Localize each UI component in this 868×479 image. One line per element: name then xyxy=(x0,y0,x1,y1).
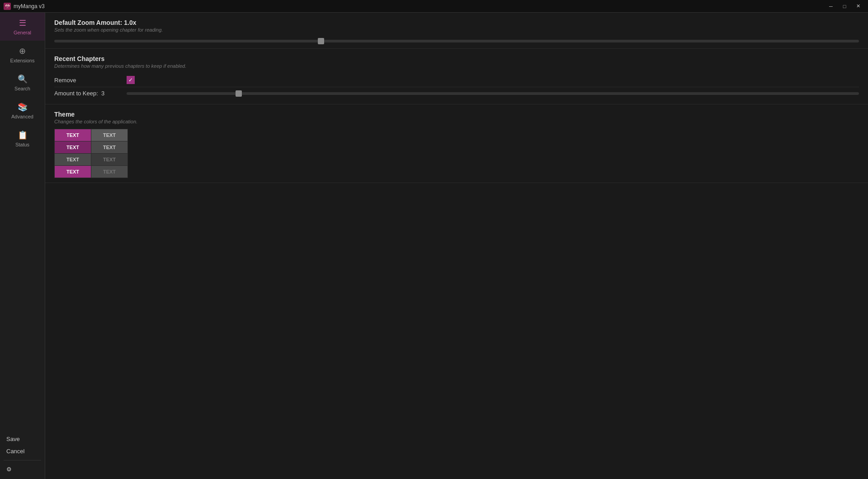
amount-row: Amount to Keep: 3 xyxy=(54,87,859,99)
theme-cell-7[interactable]: TEXT xyxy=(91,166,127,178)
settings-icon: ⚙ xyxy=(6,466,12,473)
main-layout: ☰ General ⊕ Extensions 🔍 Search 📚 Advanc… xyxy=(0,13,868,479)
extensions-icon: ⊕ xyxy=(19,46,26,56)
theme-cell-6[interactable]: TEXT xyxy=(55,166,91,178)
amount-value: 3 xyxy=(101,90,104,97)
sidebar-footer: Save Cancel ⚙ xyxy=(0,429,45,479)
sidebar-item-advanced[interactable]: 📚 Advanced xyxy=(0,97,45,125)
app-icon-symbol: 🎌 xyxy=(5,4,10,9)
amount-label: Amount to Keep: 3 xyxy=(54,90,127,97)
recent-chapters-section: Recent Chapters Determines how many prev… xyxy=(45,49,868,104)
cancel-button[interactable]: Cancel xyxy=(4,446,41,456)
window-controls: ─ □ ✕ xyxy=(825,2,864,11)
theme-cell-0[interactable]: TEXT xyxy=(55,129,91,141)
theme-grid: TEXT TEXT TEXT TEXT TEXT TEXT TEXT TEXT xyxy=(54,129,128,178)
maximize-button[interactable]: □ xyxy=(838,2,851,11)
theme-cell-2[interactable]: TEXT xyxy=(55,141,91,153)
sidebar-item-advanced-label: Advanced xyxy=(11,114,33,119)
remove-label: Remove xyxy=(54,77,127,84)
theme-cell-5[interactable]: TEXT xyxy=(91,154,127,165)
close-button[interactable]: ✕ xyxy=(852,2,864,11)
sidebar: ☰ General ⊕ Extensions 🔍 Search 📚 Advanc… xyxy=(0,13,45,479)
theme-cell-4[interactable]: TEXT xyxy=(55,154,91,165)
theme-title: Theme xyxy=(54,111,859,118)
content-area: Default Zoom Amount: 1.0x Sets the zoom … xyxy=(45,13,868,479)
sidebar-item-general[interactable]: ☰ General xyxy=(0,13,45,41)
remove-checkbox[interactable]: ✓ xyxy=(127,76,135,84)
recent-chapters-desc: Determines how many previous chapters to… xyxy=(54,63,859,69)
zoom-slider[interactable] xyxy=(54,40,859,42)
remove-row: Remove ✓ xyxy=(54,73,859,87)
theme-desc: Changes the colors of the application. xyxy=(54,119,859,124)
general-icon: ☰ xyxy=(19,18,26,28)
zoom-desc: Sets the zoom when opening chapter for r… xyxy=(54,27,859,33)
sidebar-divider xyxy=(4,460,41,460)
sidebar-nav: ☰ General ⊕ Extensions 🔍 Search 📚 Advanc… xyxy=(0,13,45,429)
sidebar-item-extensions[interactable]: ⊕ Extensions xyxy=(0,41,45,69)
theme-section: Theme Changes the colors of the applicat… xyxy=(45,104,868,183)
sidebar-item-search[interactable]: 🔍 Search xyxy=(0,69,45,97)
checkbox-checkmark: ✓ xyxy=(128,77,133,83)
titlebar-left: 🎌 myManga v3 xyxy=(4,3,45,10)
sidebar-item-extensions-label: Extensions xyxy=(10,58,35,63)
amount-control xyxy=(127,92,859,95)
theme-cell-1[interactable]: TEXT xyxy=(91,129,127,141)
sidebar-item-status-label: Status xyxy=(15,142,29,147)
recent-chapters-title: Recent Chapters xyxy=(54,55,859,62)
app-title: myManga v3 xyxy=(14,3,45,9)
zoom-section: Default Zoom Amount: 1.0x Sets the zoom … xyxy=(45,13,868,49)
sidebar-item-status[interactable]: 📋 Status xyxy=(0,125,45,153)
amount-slider[interactable] xyxy=(127,92,859,95)
app-icon: 🎌 xyxy=(4,3,11,10)
sidebar-item-search-label: Search xyxy=(14,86,30,91)
status-icon: 📋 xyxy=(18,130,28,140)
titlebar: 🎌 myManga v3 ─ □ ✕ xyxy=(0,0,868,13)
sidebar-item-general-label: General xyxy=(14,30,31,35)
remove-control: ✓ xyxy=(127,76,859,84)
settings-button[interactable]: ⚙ xyxy=(4,464,41,474)
minimize-button[interactable]: ─ xyxy=(825,2,837,11)
theme-cell-3[interactable]: TEXT xyxy=(91,141,127,153)
search-icon: 🔍 xyxy=(18,74,28,84)
zoom-title: Default Zoom Amount: 1.0x xyxy=(54,19,859,26)
save-button[interactable]: Save xyxy=(4,434,41,444)
advanced-icon: 📚 xyxy=(18,102,28,112)
